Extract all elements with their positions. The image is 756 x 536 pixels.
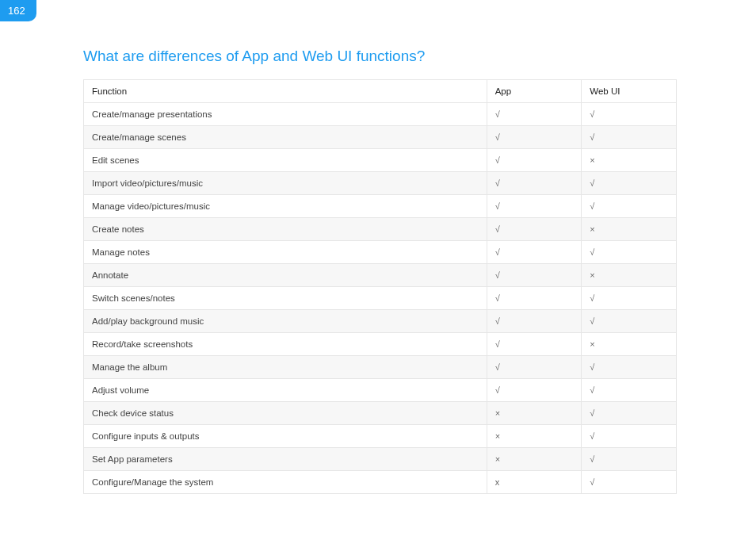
cell-app: √ — [487, 264, 582, 287]
cell-app: √ — [487, 126, 582, 149]
table-row: Create notes√× — [84, 218, 677, 241]
cell-app: √ — [487, 310, 582, 333]
cell-web: √ — [582, 310, 677, 333]
cell-function: Manage notes — [84, 241, 487, 264]
header-web: Web UI — [582, 80, 677, 103]
cell-app: √ — [487, 287, 582, 310]
cell-web: √ — [582, 172, 677, 195]
cell-function: Edit scenes — [84, 149, 487, 172]
cell-app: √ — [487, 333, 582, 356]
table-row: Import video/pictures/music√√ — [84, 172, 677, 195]
cell-web: √ — [582, 448, 677, 471]
cell-web: √ — [582, 425, 677, 448]
table-row: Annotate√× — [84, 264, 677, 287]
cell-function: Record/take screenshots — [84, 333, 487, 356]
cell-function: Manage video/pictures/music — [84, 195, 487, 218]
cell-app: √ — [487, 379, 582, 402]
table-row: Configure inputs & outputs×√ — [84, 425, 677, 448]
page-number-badge: 162 — [0, 0, 36, 21]
cell-function: Manage the album — [84, 356, 487, 379]
cell-app: × — [487, 402, 582, 425]
cell-web: √ — [582, 195, 677, 218]
cell-app: √ — [487, 356, 582, 379]
cell-function: Import video/pictures/music — [84, 172, 487, 195]
cell-web: × — [582, 149, 677, 172]
table-row: Manage the album√√ — [84, 356, 677, 379]
table-row: Manage video/pictures/music√√ — [84, 195, 677, 218]
cell-web: × — [582, 333, 677, 356]
cell-function: Create notes — [84, 218, 487, 241]
table-row: Add/play background music√√ — [84, 310, 677, 333]
table-row: Manage notes√√ — [84, 241, 677, 264]
header-function: Function — [84, 80, 487, 103]
cell-web: √ — [582, 402, 677, 425]
cell-app: √ — [487, 195, 582, 218]
table-row: Create/manage presentations√√ — [84, 103, 677, 126]
cell-app: x — [487, 471, 582, 494]
cell-app: × — [487, 425, 582, 448]
table-row: Record/take screenshots√× — [84, 333, 677, 356]
header-app: App — [487, 80, 582, 103]
cell-app: √ — [487, 149, 582, 172]
cell-web: × — [582, 218, 677, 241]
cell-web: √ — [582, 103, 677, 126]
main-content: What are differences of App and Web UI f… — [0, 0, 756, 526]
cell-function: Annotate — [84, 264, 487, 287]
cell-web: √ — [582, 356, 677, 379]
table-row: Create/manage scenes√√ — [84, 126, 677, 149]
cell-function: Adjust volume — [84, 379, 487, 402]
table-row: Configure/Manage the systemx√ — [84, 471, 677, 494]
cell-web: √ — [582, 287, 677, 310]
table-header-row: Function App Web UI — [84, 80, 677, 103]
table-row: Adjust volume√√ — [84, 379, 677, 402]
cell-web: × — [582, 264, 677, 287]
cell-app: √ — [487, 103, 582, 126]
cell-app: √ — [487, 172, 582, 195]
page-title: What are differences of App and Web UI f… — [83, 48, 677, 65]
cell-function: Configure/Manage the system — [84, 471, 487, 494]
cell-app: √ — [487, 241, 582, 264]
cell-function: Check device status — [84, 402, 487, 425]
table-row: Edit scenes√× — [84, 149, 677, 172]
cell-app: √ — [487, 218, 582, 241]
cell-web: √ — [582, 471, 677, 494]
cell-function: Create/manage presentations — [84, 103, 487, 126]
cell-function: Configure inputs & outputs — [84, 425, 487, 448]
cell-web: √ — [582, 241, 677, 264]
comparison-table: Function App Web UI Create/manage presen… — [83, 79, 677, 494]
table-row: Check device status×√ — [84, 402, 677, 425]
cell-app: × — [487, 448, 582, 471]
cell-function: Switch scenes/notes — [84, 287, 487, 310]
table-row: Set App parameters×√ — [84, 448, 677, 471]
cell-web: √ — [582, 379, 677, 402]
cell-function: Create/manage scenes — [84, 126, 487, 149]
table-row: Switch scenes/notes√√ — [84, 287, 677, 310]
cell-function: Set App parameters — [84, 448, 487, 471]
cell-web: √ — [582, 126, 677, 149]
cell-function: Add/play background music — [84, 310, 487, 333]
